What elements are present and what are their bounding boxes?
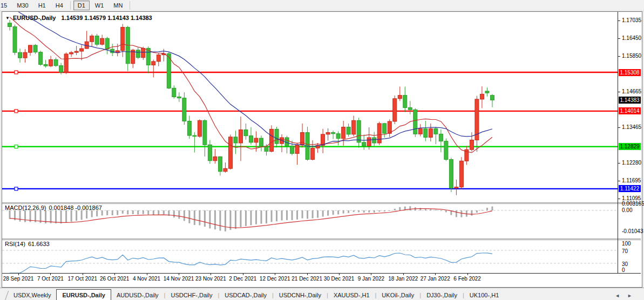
toolbar-separator — [70, 1, 71, 10]
chart-title: ▼ EURUSD-,Daily 1.14539 1.14579 1.14143 … — [5, 15, 152, 21]
tab-uk100-h1[interactable]: UK100-,H1 — [464, 290, 504, 300]
macd-axis-label: 0.003165 — [622, 201, 644, 207]
chart-ohlc-values: 1.14539 1.14579 1.14143 1.14383 — [62, 15, 152, 21]
price-axis-label: 1.12280 — [622, 160, 641, 166]
date-axis-divider — [2, 273, 641, 274]
price-axis-tick — [618, 163, 620, 163]
tab-scroll-right-icon[interactable]: ► — [627, 293, 640, 298]
tab-usdx-weekly[interactable]: USDX,Weekly — [8, 290, 56, 300]
date-axis-label: 18 Jan 2022 — [388, 276, 418, 282]
date-axis-tick — [435, 273, 436, 275]
chart-symbol-label: EURUSD-,Daily — [13, 15, 56, 21]
current-price-badge: 1.14383 — [619, 97, 641, 104]
price-badge-1.14014: 1.14014 — [619, 107, 641, 114]
price-badge-1.12829: 1.12829 — [619, 143, 641, 150]
timeframe-button-D1[interactable]: D1 — [73, 1, 90, 10]
macd-indicator-label: MACD(12,26,9)0.001848 -0.001867 — [5, 204, 102, 211]
date-axis: 28 Sep 20217 Oct 202117 Oct 202126 Oct 2… — [2, 274, 618, 284]
horizontal-lines[interactable] — [2, 72, 618, 189]
timeframe-button-MN[interactable]: MN — [109, 1, 127, 10]
date-axis-tick — [243, 273, 243, 275]
price-axis-label: 1.16450 — [622, 35, 641, 41]
date-axis-tick — [50, 273, 51, 275]
tab-eurusd-daily[interactable]: EURUSD-,Daily — [56, 289, 111, 300]
macd-axis-label: -0.01043 — [622, 228, 643, 234]
rsi-indicator-label: RSI(14)61.6633 — [5, 241, 50, 247]
date-axis-tick — [371, 273, 371, 275]
date-axis-label: 30 Dec 2021 — [324, 276, 355, 282]
date-axis-tick — [83, 273, 83, 275]
price-axis-tick — [618, 21, 620, 21]
date-axis-tick — [18, 273, 19, 275]
date-axis-tick — [114, 273, 115, 275]
date-axis-tick — [339, 273, 340, 275]
timeframe-button-W1[interactable]: W1 — [91, 1, 109, 10]
rsi-axis-label: 70 — [622, 248, 628, 254]
date-axis-label: 4 Nov 2021 — [133, 276, 160, 282]
date-axis-label: 28 Sep 2021 — [3, 276, 34, 282]
date-axis-tick — [403, 273, 404, 275]
chart-window: ▼ EURUSD-,Daily 1.14539 1.14579 1.14143 … — [2, 11, 642, 288]
price-axis-label: 1.15850 — [622, 53, 641, 59]
date-axis-label: 27 Jan 2022 — [421, 276, 450, 282]
timeframe-button-M30[interactable]: M30 — [12, 1, 32, 10]
chart-tab-bar: USDX,WeeklyEURUSD-,DailyAUDUSD-,Daily|US… — [0, 288, 644, 300]
tab-scroll-left-icon[interactable]: ◄ — [615, 293, 627, 298]
price-axis-label: 1.14665 — [622, 88, 641, 94]
price-axis-tick — [618, 56, 620, 57]
date-axis-tick — [467, 273, 468, 275]
price-badge-1.11422: 1.11422 — [619, 185, 641, 192]
tab-usdcnh-daily[interactable]: USDCNH-,Daily — [274, 290, 327, 300]
date-axis-label: 21 Dec 2021 — [292, 276, 322, 282]
hline-handle-1.12829[interactable] — [15, 145, 18, 148]
date-axis-tick — [275, 273, 275, 275]
hline-handle-1.14014[interactable] — [15, 110, 18, 113]
date-axis-label: 2 Dec 2021 — [229, 276, 256, 282]
date-axis-label: 14 Nov 2021 — [164, 276, 194, 282]
timeframe-button-H4[interactable]: H4 — [51, 1, 67, 10]
rsi-axis-label: 30 — [622, 261, 628, 267]
toolbar-separator — [130, 1, 130, 10]
hline-handle-1.11422[interactable] — [15, 187, 18, 190]
date-axis-label: 7 Oct 2021 — [37, 276, 64, 282]
tab-usdcad-daily[interactable]: USDCAD-,Daily — [219, 290, 272, 300]
tab-audusd-daily[interactable]: AUDUSD-,Daily — [111, 290, 164, 300]
date-axis-label: 17 Oct 2021 — [68, 276, 97, 282]
tab-dj30-daily[interactable]: DJ30-,Daily — [421, 290, 463, 300]
tab-scroll-arrows[interactable]: ◄► — [615, 293, 640, 300]
tab-bar-edge — [0, 291, 9, 300]
macd-panel-divider[interactable] — [2, 202, 641, 204]
price-axis-label: 1.11695 — [622, 178, 641, 183]
date-axis-label: 26 Oct 2021 — [100, 276, 129, 282]
rsi-axis-label: 100 — [622, 241, 631, 247]
symbol-dropdown-icon[interactable]: ▼ — [5, 16, 10, 21]
price-axis-label: 1.13465 — [622, 124, 641, 130]
price-axis-tick — [618, 38, 620, 39]
price-badge-1.15308: 1.15308 — [619, 69, 641, 76]
hline-handle-1.15308[interactable] — [15, 71, 18, 74]
rsi-panel-divider[interactable] — [2, 238, 641, 240]
rsi-axis-label: 0 — [622, 267, 625, 273]
price-axis-label: 1.17035 — [622, 17, 641, 23]
date-axis-tick — [211, 273, 211, 275]
tab-ukoil-daily[interactable]: UKOil-,Daily — [376, 290, 419, 300]
price-axis-tick — [618, 92, 620, 92]
ma-slow-line — [10, 12, 492, 146]
date-axis-label: 6 Feb 2022 — [453, 276, 481, 282]
date-axis-label: 23 Nov 2021 — [195, 276, 226, 282]
date-axis-tick — [179, 273, 179, 275]
tab-usdchf-daily[interactable]: USDCHF-,Daily — [165, 290, 218, 300]
price-chart-canvas[interactable] — [2, 12, 618, 274]
price-axis-tick — [618, 199, 620, 199]
macd-axis-label: 0.00 — [622, 207, 632, 213]
rsi-line — [10, 253, 492, 273]
date-axis-label: 9 Jan 2022 — [358, 276, 385, 282]
price-axis-divider — [618, 12, 618, 273]
date-axis-tick — [147, 273, 147, 275]
timeframe-button-H1[interactable]: H1 — [34, 1, 50, 10]
tab-xauusd-h1[interactable]: XAUUSD-,H1 — [328, 290, 375, 300]
candlestick-series[interactable] — [8, 20, 494, 195]
date-axis-label: 12 Dec 2021 — [260, 276, 290, 282]
timeframe-button-15[interactable]: 15 — [0, 1, 11, 10]
price-axis-tick — [618, 127, 620, 128]
